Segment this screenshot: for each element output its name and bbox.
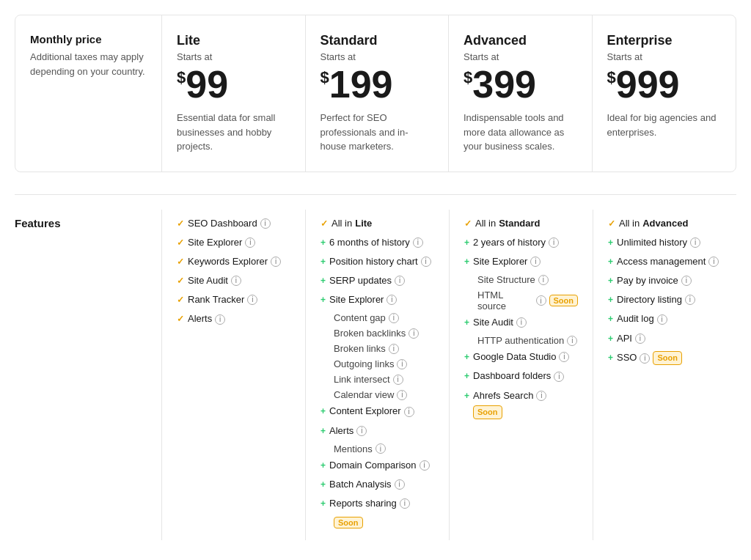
info-icon[interactable]: i [400, 498, 410, 509]
info-icon[interactable]: i [640, 353, 650, 364]
feature-text: 2 years of history i [473, 236, 559, 249]
price-display-advanced: $ 399 [464, 65, 577, 103]
plan-ref: Standard [499, 217, 540, 230]
feature-text: Alerts i [188, 312, 225, 325]
info-icon[interactable]: i [516, 317, 527, 328]
info-icon[interactable]: i [708, 257, 719, 267]
info-icon[interactable]: i [215, 314, 225, 325]
check-icon: ✓ [608, 218, 615, 230]
plus-icon: + [608, 237, 613, 249]
feature-text: Keywords Explorer i [188, 255, 281, 268]
list-item: ✓ Site Audit i [177, 274, 290, 287]
sub-feature-content-gap: Content gap i [320, 312, 434, 323]
info-icon[interactable]: i [393, 375, 403, 385]
info-icon[interactable]: i [356, 426, 367, 436]
info-icon[interactable]: i [536, 391, 546, 401]
plan-col-lite: Lite Starts at $ 99 Essential data for s… [162, 15, 306, 172]
list-item: + Content Explorer i [320, 405, 434, 418]
price-amount-advanced: 399 [472, 65, 536, 103]
plus-icon: + [320, 237, 326, 249]
plus-icon: + [320, 425, 326, 438]
sub-feature-html-source: HTML source i Soon [464, 290, 578, 312]
plus-icon: + [320, 460, 326, 472]
list-item: + API i [608, 332, 722, 345]
info-icon[interactable]: i [530, 257, 541, 267]
price-dollar-standard: $ [320, 70, 329, 86]
info-icon[interactable]: i [635, 334, 645, 344]
info-icon[interactable]: i [538, 275, 549, 285]
list-item: + Site Explorer i [464, 255, 578, 268]
info-icon[interactable]: i [681, 276, 692, 286]
info-icon[interactable]: i [376, 443, 386, 454]
info-icon[interactable]: i [271, 257, 281, 267]
info-icon[interactable]: i [397, 359, 407, 369]
sub-feature-http-auth: HTTP authentication i [464, 335, 578, 346]
monthly-price-label: Monthly price [30, 33, 147, 45]
check-icon: ✓ [177, 237, 184, 249]
plus-icon: + [320, 498, 326, 510]
info-icon[interactable]: i [549, 237, 559, 248]
features-col-advanced: ✓ All in Standard + 2 years of history i… [449, 210, 593, 541]
info-icon[interactable]: i [231, 276, 241, 286]
plan-name-advanced: Advanced [464, 33, 577, 48]
sub-feature-outgoing-links: Outgoing links i [320, 358, 434, 369]
info-icon[interactable]: i [413, 237, 423, 248]
plus-icon: + [464, 317, 469, 329]
info-icon[interactable]: i [409, 328, 419, 339]
feature-text: Unlimited history i [617, 236, 700, 249]
feature-text: 6 months of history i [329, 236, 423, 249]
soon-label: Soon [334, 517, 363, 528]
plus-icon: + [608, 313, 613, 325]
list-item: + Reports sharing i [320, 497, 434, 510]
feature-text: Reports sharing i [329, 497, 410, 510]
info-icon[interactable]: i [245, 237, 255, 248]
info-icon[interactable]: i [395, 276, 405, 286]
list-item: + 6 months of history i [320, 236, 434, 249]
plan-ref: Lite [355, 217, 372, 230]
info-icon[interactable]: i [559, 352, 569, 362]
info-icon[interactable]: i [260, 218, 271, 229]
info-icon[interactable]: i [420, 460, 430, 471]
feature-text: Audit log i [617, 312, 667, 325]
info-icon[interactable]: i [389, 344, 399, 354]
feature-text: Pay by invoice i [617, 274, 692, 287]
starts-at-enterprise: Starts at [607, 51, 722, 62]
info-icon[interactable]: i [567, 336, 577, 346]
sub-feature-broken-links: Broken links i [320, 343, 434, 354]
features-col-lite: ✓ SEO Dashboard i ✓ Site Explorer i ✓ Ke… [161, 210, 305, 541]
price-dollar-enterprise: $ [607, 70, 616, 86]
features-heading: Features [15, 217, 61, 229]
features-label-col: Features [15, 210, 161, 541]
info-icon[interactable]: i [685, 295, 695, 305]
list-item: + Position history chart i [320, 255, 434, 268]
plus-icon: + [464, 237, 469, 249]
plan-col-advanced: Advanced Starts at $ 399 Indispensable t… [449, 15, 593, 172]
list-item: ✓ Keywords Explorer i [177, 255, 290, 268]
feature-text: SERP updates i [329, 274, 405, 287]
list-item: + Unlimited history i [608, 236, 722, 249]
soon-label: Soon [653, 351, 682, 365]
list-item: + Dashboard folders i [464, 369, 578, 383]
info-icon[interactable]: i [404, 407, 414, 417]
info-icon[interactable]: i [421, 257, 431, 267]
info-icon[interactable]: i [690, 237, 700, 248]
feature-text: Content Explorer i [329, 405, 414, 418]
pricing-table: Monthly price Additional taxes may apply… [15, 15, 736, 172]
price-display-lite: $ 99 [177, 65, 290, 103]
info-icon[interactable]: i [395, 479, 405, 490]
info-icon[interactable]: i [554, 372, 564, 382]
info-icon[interactable]: i [247, 295, 257, 305]
price-display-enterprise: $ 999 [607, 65, 722, 103]
feature-text: API i [617, 332, 645, 345]
info-icon[interactable]: i [657, 314, 667, 325]
feature-text: SEO Dashboard i [188, 217, 271, 230]
plan-name-lite: Lite [177, 33, 290, 48]
plus-icon: + [464, 351, 469, 364]
info-icon[interactable]: i [389, 313, 399, 323]
info-icon[interactable]: i [387, 295, 397, 305]
features-col-standard: ✓ All in Lite + 6 months of history i + … [305, 210, 449, 541]
info-icon[interactable]: i [397, 390, 407, 400]
list-item: + Site Audit i [464, 316, 578, 329]
sub-feature-site-structure: Site Structure i [464, 274, 578, 285]
info-icon[interactable]: i [536, 295, 546, 306]
